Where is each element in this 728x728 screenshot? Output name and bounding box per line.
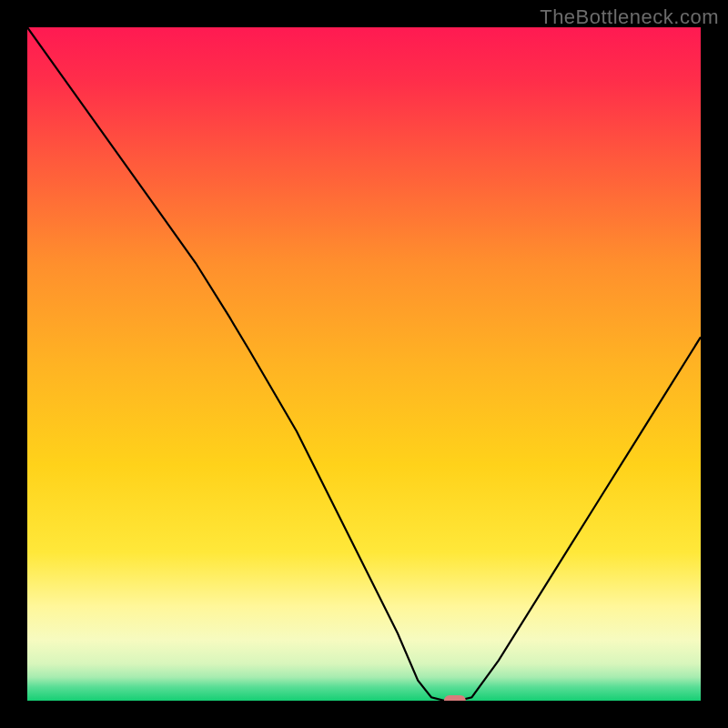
curve-min-marker (444, 695, 466, 701)
watermark-text: TheBottleneck.com (540, 5, 719, 29)
bottleneck-chart (27, 27, 701, 701)
chart-container: TheBottleneck.com (0, 0, 728, 728)
gradient-background (27, 27, 701, 701)
